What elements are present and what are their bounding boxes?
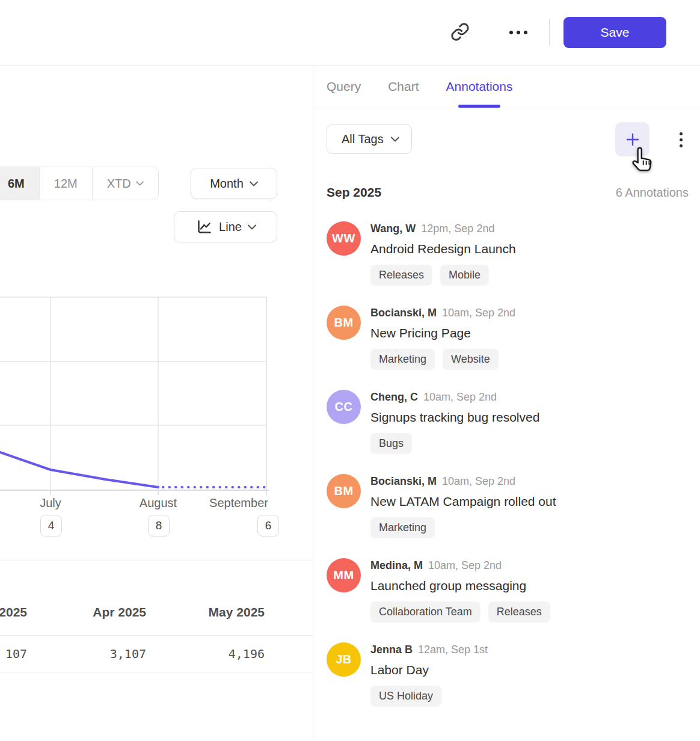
annotation-count-badge[interactable]: 4 [40, 515, 62, 537]
app-root: Save 6M12MXTD Month Line July4August8Sep… [0, 0, 700, 741]
range-segmented-control: 6M12MXTD [0, 167, 159, 200]
chart-panel: 6M12MXTD Month Line July4August8Septembe… [0, 66, 313, 741]
tag-pill: US Holiday [370, 686, 441, 707]
annotations-list: WWWang, W12pm, Sep 2ndAndroid Redesign L… [327, 221, 689, 707]
annotation-timestamp: 12am, Sep 1st [418, 644, 488, 656]
table-header-cell: 2025 [0, 605, 27, 620]
annotation-tags: Bugs [370, 433, 539, 454]
annotation-tags: US Holiday [370, 686, 488, 707]
tag-filter-dropdown[interactable]: All Tags [327, 124, 412, 154]
annotation-title: New LATAM Campaign rolled out [370, 491, 556, 512]
avatar: JB [327, 642, 361, 677]
copy-link-button[interactable] [449, 20, 471, 43]
more-horizontal-icon [509, 31, 527, 34]
annotations-panel: QueryChartAnnotations All Tags [313, 66, 700, 741]
annotations-body: All Tags Sep 2025 6 [313, 108, 700, 707]
annotation-count-badge[interactable]: 8 [148, 515, 170, 537]
table-header-cell: May 2025 [144, 605, 265, 620]
tag-pill: Website [443, 349, 499, 370]
annotation-timestamp: 10am, Sep 2nd [428, 559, 502, 572]
annotation-item[interactable]: BMBocianski, M10am, Sep 2ndNew Pricing P… [327, 306, 689, 370]
annotation-content: Bocianski, M10am, Sep 2ndNew Pricing Pag… [370, 306, 515, 370]
table-value-cell: 3,107 [26, 647, 146, 661]
annotations-controls: All Tags [327, 122, 689, 156]
tab-chart[interactable]: Chart [388, 66, 419, 108]
topbar: Save [0, 0, 700, 66]
tag-pill: Mobile [440, 265, 489, 286]
avatar: WW [327, 221, 361, 256]
section-month-label: Sep 2025 [327, 185, 381, 200]
tag-pill: Marketing [370, 349, 435, 370]
annotations-menu-button[interactable] [671, 126, 691, 153]
granularity-label: Month [210, 177, 244, 191]
tag-pill: Collaboration Team [370, 601, 480, 623]
tab-bar: QueryChartAnnotations [313, 66, 700, 108]
x-axis-month-label: August [116, 496, 200, 510]
results-table: 2025Apr 2025May 2025 1073,1074,196 [0, 561, 313, 672]
section-count-label: 6 Annotations [616, 186, 689, 200]
annotation-timestamp: 12pm, Sep 2nd [421, 223, 494, 235]
x-axis-month-label: September [197, 496, 281, 510]
chart-type-label: Line [219, 220, 242, 234]
avatar: MM [327, 558, 361, 592]
annotation-count-badge[interactable]: 6 [257, 515, 279, 537]
range-button-12m[interactable]: 12M [39, 167, 92, 200]
tag-pill: Releases [370, 265, 432, 286]
avatar: CC [327, 390, 361, 424]
plus-icon [625, 132, 640, 147]
kebab-menu-icon [680, 132, 683, 147]
annotation-tags: MarketingWebsite [370, 349, 515, 370]
annotation-content: Bocianski, M10am, Sep 2ndNew LATAM Campa… [370, 474, 556, 538]
table-value-cell: 107 [0, 647, 27, 661]
annotation-author: Bocianski, M [370, 475, 437, 488]
table-header-row: 2025Apr 2025May 2025 [0, 561, 313, 636]
chart-type-dropdown[interactable]: Line [174, 211, 277, 242]
annotation-item[interactable]: CCCheng, C10am, Sep 2ndSignups tracking … [327, 390, 689, 454]
annotation-item[interactable]: BMBocianski, M10am, Sep 2ndNew LATAM Cam… [327, 474, 689, 538]
annotation-title: New Pricing Page [370, 322, 515, 343]
tag-filter-label: All Tags [342, 132, 384, 146]
chevron-down-icon [248, 224, 256, 230]
annotation-author: Jenna B [370, 644, 413, 656]
annotation-content: Medina, M10am, Sep 2ndLaunched group mes… [370, 558, 550, 623]
x-axis-labels: July4August8September6 [0, 496, 313, 540]
annotation-item[interactable]: MMMedina, M10am, Sep 2ndLaunched group m… [327, 558, 689, 623]
more-options-button[interactable] [505, 22, 532, 43]
annotation-author: Cheng, C [370, 391, 418, 404]
range-button-xtd[interactable]: XTD [92, 167, 158, 200]
annotation-tags: ReleasesMobile [370, 265, 516, 286]
tab-annotations[interactable]: Annotations [446, 66, 513, 108]
avatar: BM [327, 306, 361, 340]
line-chart[interactable] [0, 292, 283, 502]
range-button-6m[interactable]: 6M [0, 167, 39, 200]
x-axis-month-label: July [8, 496, 93, 510]
annotation-content: Wang, W12pm, Sep 2ndAndroid Redesign Lau… [370, 221, 516, 286]
tab-query[interactable]: Query [327, 66, 361, 108]
add-annotation-button[interactable] [615, 122, 649, 156]
annotation-content: Jenna B12am, Sep 1stLabor DayUS Holiday [370, 642, 488, 707]
annotation-title: Android Redesign Launch [370, 238, 516, 259]
annotation-timestamp: 10am, Sep 2nd [442, 307, 515, 319]
toolbar-divider [549, 19, 550, 46]
link-icon [450, 22, 470, 42]
annotation-tags: Marketing [370, 517, 556, 538]
annotation-title: Labor Day [370, 659, 488, 680]
line-chart-icon [195, 218, 213, 236]
annotation-timestamp: 10am, Sep 2nd [442, 475, 515, 488]
annotation-author: Bocianski, M [370, 307, 437, 319]
save-button[interactable]: Save [563, 17, 666, 48]
annotation-content: Cheng, C10am, Sep 2ndSignups tracking bu… [370, 390, 539, 454]
annotation-item[interactable]: JBJenna B12am, Sep 1stLabor DayUS Holida… [327, 642, 689, 707]
annotation-author: Wang, W [370, 223, 416, 235]
chevron-down-icon [391, 137, 399, 142]
tag-pill: Bugs [370, 433, 412, 454]
table-header-cell: Apr 2025 [26, 605, 146, 620]
granularity-dropdown[interactable]: Month [191, 168, 277, 199]
annotations-section-header: Sep 2025 6 Annotations [327, 185, 689, 200]
annotation-title: Launched group messaging [370, 575, 550, 596]
chevron-down-icon [250, 181, 258, 186]
annotation-tags: Collaboration TeamReleases [370, 601, 550, 623]
table-value-row: 1073,1074,196 [0, 636, 313, 672]
chevron-down-icon [136, 181, 144, 186]
annotation-item[interactable]: WWWang, W12pm, Sep 2ndAndroid Redesign L… [327, 221, 689, 286]
